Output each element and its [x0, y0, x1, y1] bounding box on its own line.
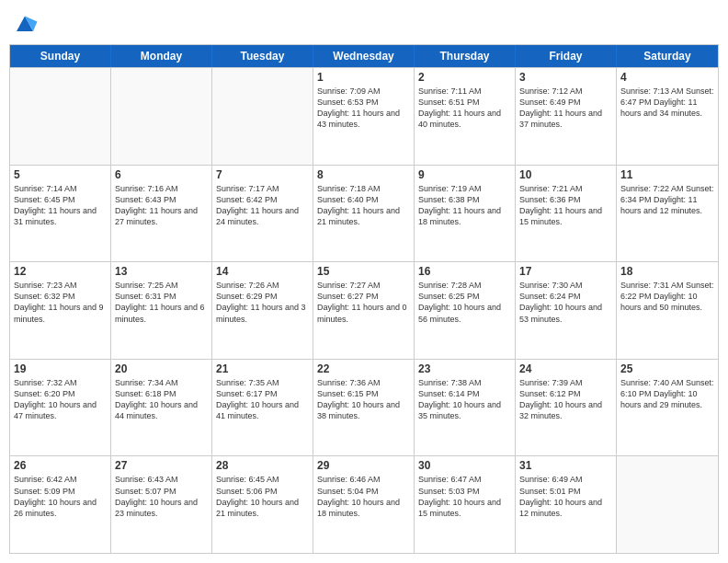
day-info: Sunrise: 7:23 AM Sunset: 6:32 PM Dayligh…	[14, 280, 107, 325]
day-info: Sunrise: 7:14 AM Sunset: 6:45 PM Dayligh…	[14, 183, 107, 228]
day-cell-14: 14Sunrise: 7:26 AM Sunset: 6:29 PM Dayli…	[212, 262, 313, 359]
day-number: 6	[115, 168, 208, 181]
day-header-saturday: Saturday	[617, 45, 718, 67]
logo-icon	[11, 9, 39, 37]
day-number: 18	[620, 265, 714, 278]
week-row-5: 26Sunrise: 6:42 AM Sunset: 5:09 PM Dayli…	[10, 455, 718, 553]
day-cell-30: 30Sunrise: 6:47 AM Sunset: 5:03 PM Dayli…	[415, 456, 516, 553]
day-number: 25	[620, 362, 714, 375]
day-info: Sunrise: 7:25 AM Sunset: 6:31 PM Dayligh…	[115, 280, 208, 325]
calendar-body: 1Sunrise: 7:09 AM Sunset: 6:53 PM Daylig…	[10, 67, 718, 553]
day-header-tuesday: Tuesday	[212, 45, 313, 67]
day-info: Sunrise: 7:40 AM Sunset: 6:10 PM Dayligh…	[620, 377, 714, 410]
day-cell-10: 10Sunrise: 7:21 AM Sunset: 6:36 PM Dayli…	[516, 166, 617, 262]
day-cell-16: 16Sunrise: 7:28 AM Sunset: 6:25 PM Dayli…	[415, 262, 516, 359]
day-cell-20: 20Sunrise: 7:34 AM Sunset: 6:18 PM Dayli…	[111, 360, 212, 456]
day-number: 31	[519, 459, 612, 472]
day-cell-27: 27Sunrise: 6:43 AM Sunset: 5:07 PM Dayli…	[111, 456, 212, 553]
header	[9, 9, 719, 37]
logo	[9, 9, 39, 37]
day-info: Sunrise: 6:46 AM Sunset: 5:04 PM Dayligh…	[317, 474, 410, 519]
day-number: 21	[216, 362, 309, 375]
day-cell-26: 26Sunrise: 6:42 AM Sunset: 5:09 PM Dayli…	[10, 456, 111, 553]
day-number: 4	[620, 71, 714, 84]
day-cell-21: 21Sunrise: 7:35 AM Sunset: 6:17 PM Dayli…	[212, 360, 313, 456]
day-number: 17	[519, 265, 612, 278]
page: SundayMondayTuesdayWednesdayThursdayFrid…	[0, 0, 728, 563]
day-number: 23	[418, 362, 511, 375]
day-number: 10	[519, 168, 612, 181]
day-info: Sunrise: 7:38 AM Sunset: 6:14 PM Dayligh…	[418, 377, 511, 422]
week-row-1: 1Sunrise: 7:09 AM Sunset: 6:53 PM Daylig…	[10, 67, 718, 165]
day-number: 13	[115, 265, 208, 278]
day-cell-7: 7Sunrise: 7:17 AM Sunset: 6:42 PM Daylig…	[212, 166, 313, 262]
day-info: Sunrise: 7:12 AM Sunset: 6:49 PM Dayligh…	[519, 86, 612, 131]
day-cell-4: 4Sunrise: 7:13 AM Sunset: 6:47 PM Daylig…	[617, 68, 718, 165]
day-info: Sunrise: 6:47 AM Sunset: 5:03 PM Dayligh…	[418, 474, 511, 519]
day-number: 8	[317, 168, 410, 181]
day-info: Sunrise: 7:21 AM Sunset: 6:36 PM Dayligh…	[519, 183, 612, 228]
calendar: SundayMondayTuesdayWednesdayThursdayFrid…	[9, 44, 719, 554]
day-info: Sunrise: 7:36 AM Sunset: 6:15 PM Dayligh…	[317, 377, 410, 422]
day-header-sunday: Sunday	[10, 45, 111, 67]
day-cell-6: 6Sunrise: 7:16 AM Sunset: 6:43 PM Daylig…	[111, 166, 212, 262]
day-cell-1: 1Sunrise: 7:09 AM Sunset: 6:53 PM Daylig…	[313, 68, 415, 165]
day-info: Sunrise: 7:19 AM Sunset: 6:38 PM Dayligh…	[418, 183, 511, 228]
day-header-thursday: Thursday	[415, 45, 516, 67]
day-info: Sunrise: 7:28 AM Sunset: 6:25 PM Dayligh…	[418, 280, 511, 325]
week-row-4: 19Sunrise: 7:32 AM Sunset: 6:20 PM Dayli…	[10, 359, 718, 456]
day-cell-empty	[212, 68, 313, 165]
day-cell-empty	[10, 68, 111, 165]
day-number: 2	[418, 71, 511, 84]
day-info: Sunrise: 7:11 AM Sunset: 6:51 PM Dayligh…	[418, 86, 511, 131]
day-cell-15: 15Sunrise: 7:27 AM Sunset: 6:27 PM Dayli…	[313, 262, 415, 359]
day-number: 19	[14, 362, 107, 375]
week-row-2: 5Sunrise: 7:14 AM Sunset: 6:45 PM Daylig…	[10, 165, 718, 262]
day-cell-13: 13Sunrise: 7:25 AM Sunset: 6:31 PM Dayli…	[111, 262, 212, 359]
day-info: Sunrise: 6:43 AM Sunset: 5:07 PM Dayligh…	[115, 474, 208, 519]
day-info: Sunrise: 7:31 AM Sunset: 6:22 PM Dayligh…	[620, 280, 714, 313]
day-info: Sunrise: 6:49 AM Sunset: 5:01 PM Dayligh…	[519, 474, 612, 519]
day-number: 1	[317, 71, 410, 84]
day-header-wednesday: Wednesday	[313, 45, 415, 67]
day-number: 20	[115, 362, 208, 375]
day-number: 5	[14, 168, 107, 181]
day-number: 29	[317, 459, 410, 472]
day-cell-22: 22Sunrise: 7:36 AM Sunset: 6:15 PM Dayli…	[313, 360, 415, 456]
day-number: 24	[519, 362, 612, 375]
calendar-header: SundayMondayTuesdayWednesdayThursdayFrid…	[10, 45, 718, 67]
day-number: 22	[317, 362, 410, 375]
day-number: 9	[418, 168, 511, 181]
day-cell-empty	[111, 68, 212, 165]
day-cell-18: 18Sunrise: 7:31 AM Sunset: 6:22 PM Dayli…	[617, 262, 718, 359]
day-info: Sunrise: 7:27 AM Sunset: 6:27 PM Dayligh…	[317, 280, 410, 325]
day-info: Sunrise: 7:35 AM Sunset: 6:17 PM Dayligh…	[216, 377, 309, 422]
day-cell-3: 3Sunrise: 7:12 AM Sunset: 6:49 PM Daylig…	[516, 68, 617, 165]
day-info: Sunrise: 7:32 AM Sunset: 6:20 PM Dayligh…	[14, 377, 107, 422]
day-number: 14	[216, 265, 309, 278]
logo-text	[9, 9, 39, 37]
day-cell-24: 24Sunrise: 7:39 AM Sunset: 6:12 PM Dayli…	[516, 360, 617, 456]
day-info: Sunrise: 7:18 AM Sunset: 6:40 PM Dayligh…	[317, 183, 410, 228]
day-number: 12	[14, 265, 107, 278]
day-info: Sunrise: 7:30 AM Sunset: 6:24 PM Dayligh…	[519, 280, 612, 325]
day-info: Sunrise: 7:17 AM Sunset: 6:42 PM Dayligh…	[216, 183, 309, 228]
day-cell-12: 12Sunrise: 7:23 AM Sunset: 6:32 PM Dayli…	[10, 262, 111, 359]
day-cell-9: 9Sunrise: 7:19 AM Sunset: 6:38 PM Daylig…	[415, 166, 516, 262]
day-cell-17: 17Sunrise: 7:30 AM Sunset: 6:24 PM Dayli…	[516, 262, 617, 359]
day-number: 30	[418, 459, 511, 472]
day-info: Sunrise: 7:22 AM Sunset: 6:34 PM Dayligh…	[620, 183, 714, 216]
day-cell-11: 11Sunrise: 7:22 AM Sunset: 6:34 PM Dayli…	[617, 166, 718, 262]
day-cell-19: 19Sunrise: 7:32 AM Sunset: 6:20 PM Dayli…	[10, 360, 111, 456]
day-cell-29: 29Sunrise: 6:46 AM Sunset: 5:04 PM Dayli…	[313, 456, 415, 553]
day-cell-31: 31Sunrise: 6:49 AM Sunset: 5:01 PM Dayli…	[516, 456, 617, 553]
day-header-monday: Monday	[111, 45, 212, 67]
day-cell-2: 2Sunrise: 7:11 AM Sunset: 6:51 PM Daylig…	[415, 68, 516, 165]
day-info: Sunrise: 7:09 AM Sunset: 6:53 PM Dayligh…	[317, 86, 410, 131]
day-number: 7	[216, 168, 309, 181]
day-cell-empty	[617, 456, 718, 553]
day-info: Sunrise: 7:16 AM Sunset: 6:43 PM Dayligh…	[115, 183, 208, 228]
day-number: 26	[14, 459, 107, 472]
day-info: Sunrise: 7:26 AM Sunset: 6:29 PM Dayligh…	[216, 280, 309, 325]
day-cell-5: 5Sunrise: 7:14 AM Sunset: 6:45 PM Daylig…	[10, 166, 111, 262]
